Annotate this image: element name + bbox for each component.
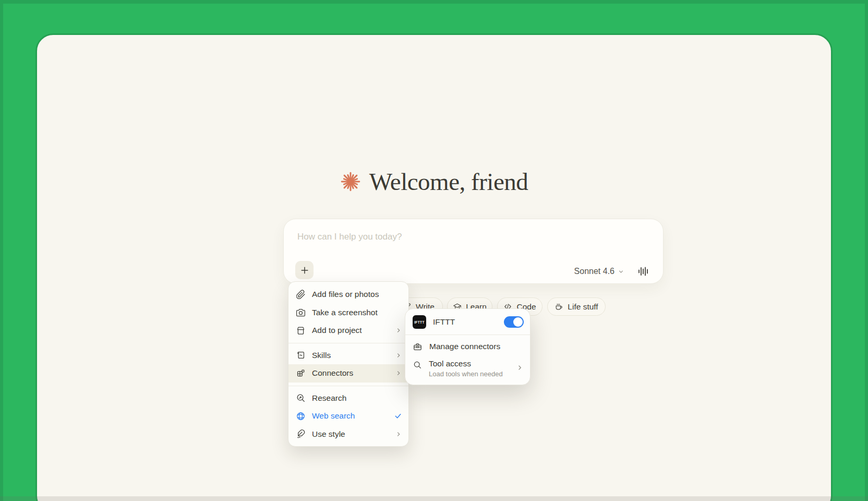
project-box-icon [296,326,306,336]
menu-separator [288,386,408,386]
submenu-item-description: Load tools when needed [429,370,503,378]
chevron-right-icon [395,352,402,359]
submenu-item-tool-access[interactable]: Tool access Load tools when needed [405,355,530,383]
page-title: Welcome, friend [369,168,528,196]
menu-item-web-search[interactable]: Web search [288,407,408,425]
ifttt-logo-icon: IFTTT [413,315,426,329]
globe-icon [296,411,306,421]
welcome-header: Welcome, friend [37,168,831,196]
chevron-down-icon [618,268,624,275]
chevron-right-icon [395,431,402,438]
submenu-item-label: Tool access [429,359,503,368]
chevron-right-icon [516,364,524,372]
toggle-knob [513,317,523,327]
camera-icon [296,307,306,317]
ifttt-toggle[interactable] [504,316,524,328]
menu-item-use-style[interactable]: Use style [288,425,408,444]
menu-item-label: Web search [312,411,388,421]
submenu-item-label: Manage connectors [429,342,500,351]
menu-item-label: Take a screenshot [312,308,402,317]
chevron-right-icon [395,327,402,334]
menu-item-label: Add files or photos [312,290,402,299]
menu-item-label: Add to project [312,326,389,335]
menu-item-add-to-project[interactable]: Add to project [288,321,408,340]
connector-label: IFTTT [433,317,455,327]
toolbox-icon [413,342,423,352]
submenu-separator [405,335,530,335]
app-window: Welcome, friend Sonnet 4.6 [0,0,868,501]
main-panel: Welcome, friend Sonnet 4.6 [35,33,833,501]
scroll-icon [296,350,306,360]
connectors-icon [296,368,306,378]
check-icon [394,412,402,420]
menu-item-label: Research [312,393,402,403]
waveform-icon [637,265,649,278]
attach-plus-button[interactable] [295,261,314,279]
menu-item-label: Skills [312,351,389,360]
voice-dictation-button[interactable] [636,265,650,278]
menu-item-skills[interactable]: Skills [288,347,408,365]
paperclip-icon [296,290,306,300]
plus-icon [299,265,310,276]
model-label: Sonnet 4.6 [574,267,614,276]
submenu-item-ifttt[interactable]: IFTTT IFTTT [405,312,530,332]
menu-item-label: Use style [312,430,389,439]
model-selector[interactable]: Sonnet 4.6 [574,265,624,278]
coffee-cup-icon [554,302,563,311]
menu-item-screenshot[interactable]: Take a screenshot [288,304,408,322]
connectors-submenu: IFTTT IFTTT Manage connectors [405,308,531,385]
claude-spark-icon [340,171,361,192]
prompt-input[interactable] [297,232,636,242]
chip-life-stuff[interactable]: Life stuff [547,297,606,316]
chevron-right-icon [395,369,402,377]
search-icon [413,360,422,369]
menu-item-label: Connectors [312,368,389,378]
research-icon [296,393,306,403]
menu-item-connectors[interactable]: Connectors [288,364,408,383]
attach-menu: Add files or photos Take a screenshot [288,281,409,447]
composer-card: Sonnet 4.6 [283,219,664,284]
menu-separator [288,343,408,343]
submenu-item-manage-connectors[interactable]: Manage connectors [405,338,530,355]
chip-label: Life stuff [568,302,598,312]
menu-item-add-files[interactable]: Add files or photos [288,285,408,304]
menu-item-research[interactable]: Research [288,389,408,408]
tool-access-text: Tool access Load tools when needed [429,359,503,378]
quill-icon [296,429,306,439]
bottom-edge-bar [0,496,868,501]
